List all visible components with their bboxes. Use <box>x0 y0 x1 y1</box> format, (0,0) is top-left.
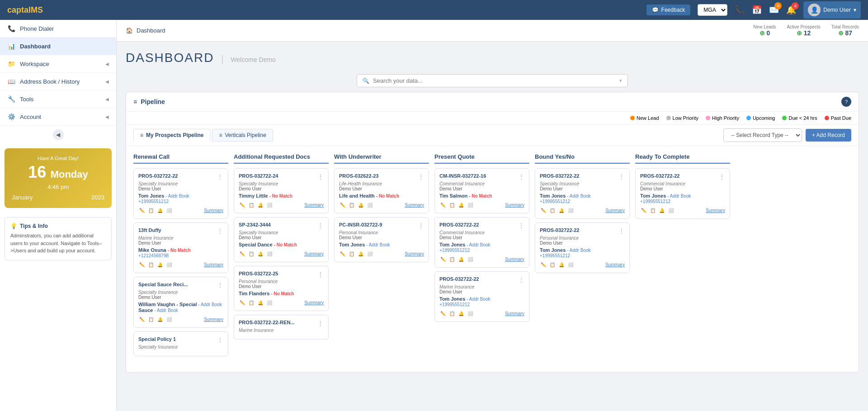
square-icon[interactable]: ⬜ <box>567 261 574 268</box>
square-icon[interactable]: ⬜ <box>165 207 173 214</box>
kanban-card[interactable]: PROS-032722-22-REN... ⋮ Marine Insurance <box>234 315 329 340</box>
bell-red-icon[interactable]: 🔔 <box>156 261 164 268</box>
square-icon[interactable]: ⬜ <box>165 261 173 268</box>
edit-icon[interactable]: ✏️ <box>439 255 447 263</box>
card-menu-icon[interactable]: ⋮ <box>217 173 223 180</box>
card-menu-icon[interactable]: ⋮ <box>418 222 424 229</box>
summary-link[interactable]: Summary <box>505 257 524 262</box>
bell-icon[interactable]: 🔔 <box>458 201 465 208</box>
edit-icon[interactable]: ✏️ <box>339 250 346 257</box>
add-record-button[interactable]: + Add Record <box>806 129 851 142</box>
copy-icon[interactable]: 📋 <box>348 250 355 257</box>
user-menu-button[interactable]: 👤 Demo User ▾ <box>803 1 861 19</box>
card-menu-icon[interactable]: ⋮ <box>618 173 625 180</box>
edit-icon[interactable]: ✏️ <box>239 299 246 306</box>
copy-icon[interactable]: 📋 <box>248 201 255 208</box>
edit-icon[interactable]: ✏️ <box>339 201 346 208</box>
kanban-card[interactable]: Special Policy 1 ⋮ Specialty Insurance <box>133 331 228 356</box>
sidebar-item-workspace[interactable]: 📁 Workspace ◀ <box>0 55 116 73</box>
feedback-button[interactable]: 💬 Feedback <box>646 5 691 15</box>
kanban-card[interactable]: PC-INSR-032722-9 ⋮ Personal Insurance De… <box>334 217 429 262</box>
card-menu-icon[interactable]: ⋮ <box>719 173 725 180</box>
copy-icon[interactable]: 📋 <box>248 299 255 306</box>
sidebar-item-phone-dialer[interactable]: 📞 Phone Dialer <box>0 20 116 38</box>
copy-icon[interactable]: 📋 <box>649 207 656 214</box>
help-button[interactable]: ? <box>841 97 851 107</box>
mga-select[interactable]: MGA <box>698 4 727 16</box>
bell-red-icon[interactable]: 🔔 <box>156 316 164 323</box>
square-icon[interactable]: ⬜ <box>467 255 474 263</box>
square-icon[interactable]: ⬜ <box>366 201 373 208</box>
edit-icon[interactable]: ✏️ <box>138 207 146 214</box>
phone-icon[interactable]: 📞 <box>735 5 745 15</box>
sidebar-item-dashboard[interactable]: 📊 Dashboard <box>0 38 116 55</box>
bell-icon[interactable]: 🔔 <box>658 207 665 214</box>
copy-icon[interactable]: 📋 <box>147 207 155 214</box>
summary-link[interactable]: Summary <box>405 251 424 256</box>
kanban-card[interactable]: PROS-032622-23 ⋮ Life-Health Insurance D… <box>334 168 429 213</box>
kanban-card[interactable]: PROS-032722-22 ⋮ Specialty Insurance Dem… <box>133 168 228 219</box>
search-input[interactable] <box>373 77 616 84</box>
kanban-card[interactable]: PROS-032722-22 ⋮ Marine Insurance Demo U… <box>434 271 529 322</box>
summary-link[interactable]: Summary <box>204 208 223 213</box>
tab-verticals-pipeline[interactable]: ≡ Verticals Pipeline <box>212 129 273 142</box>
bell-icon[interactable]: 🔔 4 <box>786 5 796 15</box>
bell-icon[interactable]: 🔔 <box>558 207 565 214</box>
bell-red-icon[interactable]: 🔔 <box>357 201 364 208</box>
kanban-card[interactable]: PROS-032722-22 ⋮ Specialty Insurance Dem… <box>535 168 630 219</box>
bell-icon[interactable]: 🔔 <box>156 207 164 214</box>
card-menu-icon[interactable]: ⋮ <box>317 222 324 229</box>
bell-blue-icon[interactable]: 🔔 <box>357 250 364 257</box>
copy-icon[interactable]: 📋 <box>448 201 456 208</box>
copy-icon[interactable]: 📋 <box>348 201 355 208</box>
edit-icon[interactable]: ✏️ <box>239 250 246 257</box>
bell-icon[interactable]: 🔔 <box>257 201 264 208</box>
card-menu-icon[interactable]: ⋮ <box>518 173 524 180</box>
kanban-card[interactable]: 13ft Duffy ⋮ Marine Insurance Demo User … <box>133 222 228 273</box>
summary-link[interactable]: Summary <box>505 311 524 316</box>
summary-link[interactable]: Summary <box>304 300 324 305</box>
copy-icon[interactable]: 📋 <box>448 310 456 317</box>
summary-link[interactable]: Summary <box>505 203 524 208</box>
edit-icon[interactable]: ✏️ <box>439 310 447 317</box>
summary-link[interactable]: Summary <box>204 262 223 267</box>
email-icon[interactable]: ✉️ 8 <box>769 5 779 15</box>
copy-icon[interactable]: 📋 <box>147 261 155 268</box>
summary-link[interactable]: Summary <box>706 208 725 213</box>
copy-icon[interactable]: 📋 <box>448 255 456 263</box>
sidebar-item-tools[interactable]: 🔧 Tools ◀ <box>0 90 116 108</box>
square-icon[interactable]: ⬜ <box>266 201 273 208</box>
card-menu-icon[interactable]: ⋮ <box>518 222 524 229</box>
edit-icon[interactable]: ✏️ <box>540 207 547 214</box>
tab-my-prospects-pipeline[interactable]: ≡ My Prospects Pipeline <box>133 129 210 142</box>
summary-link[interactable]: Summary <box>204 317 223 322</box>
kanban-card[interactable]: SP-2342-3444 ⋮ Specialty Insurance Demo … <box>234 217 329 262</box>
card-menu-icon[interactable]: ⋮ <box>418 173 424 180</box>
sidebar-item-account[interactable]: ⚙️ Account ◀ <box>0 108 116 126</box>
card-menu-icon[interactable]: ⋮ <box>217 227 223 235</box>
edit-icon[interactable]: ✏️ <box>640 207 647 214</box>
card-menu-icon[interactable]: ⋮ <box>317 173 324 180</box>
kanban-card[interactable]: PROS-032722-22 ⋮ Commercial Insurance De… <box>434 217 529 268</box>
sidebar-collapse-button[interactable]: ◀ <box>53 129 64 140</box>
copy-icon[interactable]: 📋 <box>549 207 556 214</box>
edit-icon[interactable]: ✏️ <box>239 201 246 208</box>
kanban-card[interactable]: Special Sauce Reci... ⋮ Specialty Insura… <box>133 277 228 328</box>
copy-icon[interactable]: 📋 <box>147 316 155 323</box>
square-icon[interactable]: ⬜ <box>266 250 273 257</box>
copy-icon[interactable]: 📋 <box>549 261 556 268</box>
kanban-card[interactable]: CM-INSR-032722-16 ⋮ Commercial Insurance… <box>434 168 529 213</box>
edit-icon[interactable]: ✏️ <box>439 201 447 208</box>
kanban-card[interactable]: PROS-032722-24 ⋮ Specialty Insurance Dem… <box>234 168 329 213</box>
select-record-type[interactable]: -- Select Record Type -- Lead Priority H… <box>723 128 802 142</box>
card-menu-icon[interactable]: ⋮ <box>217 282 223 289</box>
square-icon[interactable]: ⬜ <box>366 250 373 257</box>
card-menu-icon[interactable]: ⋮ <box>618 227 625 235</box>
square-icon[interactable]: ⬜ <box>165 316 173 323</box>
square-icon[interactable]: ⬜ <box>266 299 273 306</box>
calendar-icon[interactable]: 📅 <box>752 5 762 15</box>
bell-blue-icon[interactable]: 🔔 <box>257 299 264 306</box>
square-icon[interactable]: ⬜ <box>667 207 675 214</box>
copy-icon[interactable]: 📋 <box>248 250 255 257</box>
summary-link[interactable]: Summary <box>405 203 424 208</box>
